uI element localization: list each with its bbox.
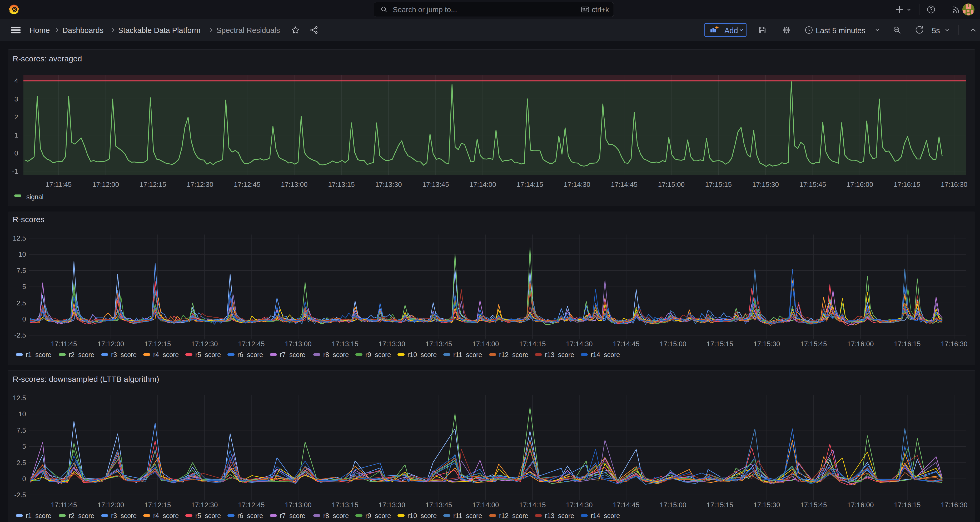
svg-text:17:12:00: 17:12:00 [92, 180, 119, 188]
svg-text:17:14:00: 17:14:00 [469, 180, 496, 188]
svg-text:0: 0 [22, 475, 26, 483]
svg-text:17:13:30: 17:13:30 [379, 340, 405, 348]
svg-text:r8_score: r8_score [323, 351, 349, 358]
svg-text:5: 5 [22, 283, 26, 291]
svg-text:r1_score: r1_score [26, 351, 51, 358]
svg-text:17:15:45: 17:15:45 [799, 180, 826, 188]
svg-text:17:13:15: 17:13:15 [332, 501, 358, 509]
svg-text:12.5: 12.5 [13, 394, 26, 402]
svg-text:17:14:15: 17:14:15 [519, 501, 546, 509]
svg-text:r1_score: r1_score [26, 512, 51, 519]
svg-text:17:14:00: 17:14:00 [472, 501, 499, 509]
svg-text:signal: signal [26, 193, 43, 201]
svg-text:r10_score: r10_score [407, 351, 437, 358]
svg-text:17:12:15: 17:12:15 [144, 340, 171, 348]
svg-text:17:13:45: 17:13:45 [422, 180, 449, 188]
svg-text:17:16:00: 17:16:00 [846, 180, 873, 188]
svg-text:17:13:30: 17:13:30 [379, 501, 405, 509]
svg-text:3: 3 [14, 95, 18, 103]
svg-text:2.5: 2.5 [17, 459, 26, 467]
svg-text:r3_score: r3_score [111, 351, 137, 358]
svg-text:r4_score: r4_score [153, 351, 179, 358]
svg-text:17:12:45: 17:12:45 [238, 340, 264, 348]
svg-text:17:12:45: 17:12:45 [238, 501, 264, 509]
svg-text:17:14:15: 17:14:15 [519, 340, 546, 348]
svg-text:17:13:45: 17:13:45 [425, 340, 452, 348]
svg-text:17:13:00: 17:13:00 [285, 340, 312, 348]
svg-text:17:13:15: 17:13:15 [328, 180, 355, 188]
svg-text:17:14:30: 17:14:30 [564, 180, 590, 188]
svg-text:-2.5: -2.5 [14, 331, 26, 339]
svg-text:4: 4 [14, 77, 18, 85]
svg-text:r4_score: r4_score [153, 512, 179, 519]
svg-text:r2_score: r2_score [69, 512, 94, 519]
svg-text:r6_score: r6_score [237, 351, 263, 358]
svg-text:r5_score: r5_score [195, 351, 221, 358]
svg-text:17:12:00: 17:12:00 [97, 340, 124, 348]
svg-text:2: 2 [14, 113, 18, 121]
svg-text:17:13:00: 17:13:00 [285, 501, 312, 509]
svg-text:-1: -1 [12, 167, 18, 175]
svg-text:0: 0 [14, 149, 18, 157]
svg-text:r6_score: r6_score [237, 512, 263, 519]
svg-text:r9_score: r9_score [365, 512, 391, 519]
svg-text:17:15:00: 17:15:00 [658, 180, 685, 188]
svg-text:r8_score: r8_score [323, 512, 349, 519]
svg-text:17:11:45: 17:11:45 [46, 180, 72, 188]
svg-text:r13_score: r13_score [545, 351, 574, 358]
svg-text:r2_score: r2_score [69, 351, 94, 358]
svg-text:17:16:30: 17:16:30 [941, 180, 967, 188]
svg-text:r11_score: r11_score [453, 512, 482, 519]
svg-text:r5_score: r5_score [195, 512, 221, 519]
svg-text:7.5: 7.5 [17, 267, 26, 275]
svg-text:17:14:45: 17:14:45 [613, 340, 640, 348]
svg-text:17:14:45: 17:14:45 [611, 180, 638, 188]
svg-text:17:15:45: 17:15:45 [800, 340, 827, 348]
svg-text:10: 10 [18, 410, 26, 418]
svg-text:17:16:00: 17:16:00 [847, 340, 873, 348]
svg-text:r7_score: r7_score [280, 512, 305, 519]
svg-text:17:16:00: 17:16:00 [847, 501, 873, 509]
svg-text:17:11:45: 17:11:45 [51, 340, 77, 348]
svg-text:17:14:30: 17:14:30 [566, 501, 593, 509]
svg-text:r9_score: r9_score [365, 351, 391, 358]
svg-text:17:16:15: 17:16:15 [894, 501, 921, 509]
svg-text:17:16:15: 17:16:15 [894, 180, 920, 188]
svg-text:17:15:00: 17:15:00 [660, 501, 686, 509]
svg-text:12.5: 12.5 [13, 234, 26, 242]
svg-text:0: 0 [22, 315, 26, 323]
svg-text:r12_score: r12_score [499, 351, 528, 358]
svg-text:17:13:45: 17:13:45 [425, 501, 452, 509]
svg-text:17:12:45: 17:12:45 [234, 180, 260, 188]
svg-text:17:11:45: 17:11:45 [51, 501, 77, 509]
svg-text:r7_score: r7_score [280, 351, 305, 358]
svg-text:17:15:45: 17:15:45 [800, 501, 827, 509]
svg-text:17:16:15: 17:16:15 [894, 340, 921, 348]
svg-text:r14_score: r14_score [591, 351, 620, 358]
svg-text:10: 10 [18, 250, 26, 258]
svg-text:17:15:15: 17:15:15 [706, 501, 733, 509]
svg-text:17:15:30: 17:15:30 [752, 180, 779, 188]
svg-text:17:12:00: 17:12:00 [97, 501, 124, 509]
svg-text:17:13:00: 17:13:00 [281, 180, 307, 188]
svg-text:-2.5: -2.5 [14, 491, 26, 499]
svg-text:17:14:30: 17:14:30 [566, 340, 593, 348]
svg-text:17:13:15: 17:13:15 [332, 340, 358, 348]
svg-text:r13_score: r13_score [545, 512, 574, 519]
svg-text:1: 1 [14, 131, 18, 139]
svg-text:7.5: 7.5 [17, 426, 26, 434]
svg-text:17:15:15: 17:15:15 [706, 340, 733, 348]
svg-text:2.5: 2.5 [17, 299, 26, 307]
svg-text:17:14:00: 17:14:00 [472, 340, 499, 348]
svg-text:r10_score: r10_score [407, 512, 437, 519]
svg-text:17:13:30: 17:13:30 [375, 180, 402, 188]
svg-text:17:12:15: 17:12:15 [140, 180, 166, 188]
svg-text:17:15:15: 17:15:15 [705, 180, 732, 188]
svg-text:17:16:30: 17:16:30 [941, 340, 967, 348]
svg-text:17:12:15: 17:12:15 [144, 501, 171, 509]
svg-text:17:15:00: 17:15:00 [660, 340, 686, 348]
svg-text:17:12:30: 17:12:30 [187, 180, 213, 188]
svg-text:17:12:30: 17:12:30 [191, 340, 218, 348]
svg-text:5: 5 [22, 442, 26, 450]
svg-text:r11_score: r11_score [453, 351, 482, 358]
